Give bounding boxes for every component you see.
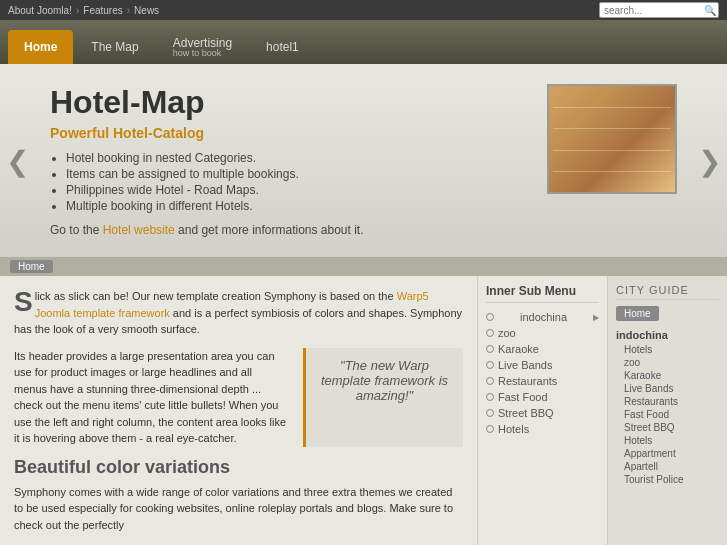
inner-sub-menu: Inner Sub Menu indochina ▶ zoo Karaoke L… bbox=[477, 276, 607, 545]
arrow-right-icon: ▶ bbox=[593, 313, 599, 322]
breadcrumb-item-3[interactable]: News bbox=[134, 5, 159, 16]
sub-menu-item-karaoke[interactable]: Karaoke bbox=[486, 341, 599, 357]
sidebar-title: city guide bbox=[616, 284, 719, 300]
search-input[interactable] bbox=[604, 5, 704, 16]
radio-dot bbox=[486, 313, 494, 321]
breadcrumb-item-2[interactable]: Features bbox=[83, 5, 122, 16]
top-bar: About Joomla! › Features › News 🔍 bbox=[0, 0, 727, 20]
sidebar-sub-zoo[interactable]: zoo bbox=[616, 356, 719, 369]
center-panel: Slick as slick can be! Our new template … bbox=[0, 276, 477, 545]
hero-footer: Go to the Hotel website and get more inf… bbox=[50, 223, 527, 237]
content-breadcrumb-bar: Home bbox=[0, 257, 727, 276]
breadcrumb: About Joomla! › Features › News bbox=[8, 5, 159, 16]
nav-item-advertising[interactable]: Advertising how to book bbox=[157, 30, 248, 64]
sidebar-group-indochina: indochina Hotels zoo Karaoke Live Bands … bbox=[616, 329, 719, 486]
article-body: Its header provides a large presentation… bbox=[14, 348, 287, 447]
sub-menu-item-livebands[interactable]: Live Bands bbox=[486, 357, 599, 373]
content-area: Home Slick as slick can be! Our new temp… bbox=[0, 257, 727, 545]
hotel-link[interactable]: Hotel website bbox=[103, 223, 175, 237]
radio-dot bbox=[486, 377, 494, 385]
article-heading: Beautiful color variations bbox=[14, 457, 463, 478]
radio-dot bbox=[486, 409, 494, 417]
hero-bullet-1: Hotel booking in nested Categories. bbox=[66, 151, 527, 165]
drop-cap: S bbox=[14, 288, 33, 316]
sidebar-sub-hotels2[interactable]: Hotels bbox=[616, 434, 719, 447]
hero-next-arrow[interactable]: ❯ bbox=[698, 144, 721, 177]
sub-menu-item-hotels[interactable]: Hotels bbox=[486, 421, 599, 437]
sidebar-group-title: indochina bbox=[616, 329, 719, 341]
sidebar-sub-restaurants[interactable]: Restaurants bbox=[616, 395, 719, 408]
right-sidebar: city guide Home indochina Hotels zoo Kar… bbox=[607, 276, 727, 545]
nav-item-map[interactable]: The Map bbox=[75, 30, 154, 64]
hero-text: Hotel-Map Powerful Hotel-Catalog Hotel b… bbox=[50, 84, 527, 237]
sidebar-sub-appartment[interactable]: Appartment bbox=[616, 447, 719, 460]
sub-menu-item-streetbbq[interactable]: Street BBQ bbox=[486, 405, 599, 421]
breadcrumb-sep-1: › bbox=[76, 5, 79, 16]
hero-bullet-2: Items can be assigned to multiple bookin… bbox=[66, 167, 527, 181]
sidebar-sub-streetbbq[interactable]: Street BBQ bbox=[616, 421, 719, 434]
sidebar-sub-fastfood[interactable]: Fast Food bbox=[616, 408, 719, 421]
hero-section: ❮ Hotel-Map Powerful Hotel-Catalog Hotel… bbox=[0, 64, 727, 257]
sidebar-sub-hotels[interactable]: Hotels bbox=[616, 343, 719, 356]
radio-dot bbox=[486, 329, 494, 337]
hero-bullet-4: Multiple booking in different Hotels. bbox=[66, 199, 527, 213]
hero-subtitle: Powerful Hotel-Catalog bbox=[50, 125, 527, 141]
sidebar-sub-tourist-police[interactable]: Tourist Police bbox=[616, 473, 719, 486]
article-last-para: Symphony comes with a wide range of colo… bbox=[14, 484, 463, 534]
radio-dot bbox=[486, 345, 494, 353]
radio-dot bbox=[486, 361, 494, 369]
breadcrumb-item-1[interactable]: About Joomla! bbox=[8, 5, 72, 16]
sub-menu-item-fastfood[interactable]: Fast Food bbox=[486, 389, 599, 405]
sub-menu-item-restaurants[interactable]: Restaurants bbox=[486, 373, 599, 389]
main-layout: Slick as slick can be! Our new template … bbox=[0, 276, 727, 545]
radio-dot bbox=[486, 425, 494, 433]
nav-item-home[interactable]: Home bbox=[8, 30, 73, 64]
article-second: Its header provides a large presentation… bbox=[14, 348, 463, 447]
article-quote: "The new Warp template framework is amaz… bbox=[303, 348, 463, 447]
hero-bullet-3: Philippines wide Hotel - Road Maps. bbox=[66, 183, 527, 197]
radio-dot bbox=[486, 393, 494, 401]
sidebar-sub-apartell[interactable]: Apartell bbox=[616, 460, 719, 473]
article-intro: Slick as slick can be! Our new template … bbox=[14, 288, 463, 338]
search-icon: 🔍 bbox=[704, 5, 716, 16]
sidebar-sub-livebands[interactable]: Live Bands bbox=[616, 382, 719, 395]
sub-menu-item-indochina[interactable]: indochina ▶ bbox=[486, 309, 599, 325]
hero-title: Hotel-Map bbox=[50, 84, 527, 121]
breadcrumb-sep-2: › bbox=[127, 5, 130, 16]
hero-image-inner bbox=[549, 86, 675, 192]
nav-item-hotel1[interactable]: hotel1 bbox=[250, 30, 315, 64]
hero-list: Hotel booking in nested Categories. Item… bbox=[50, 151, 527, 213]
hero-prev-arrow[interactable]: ❮ bbox=[6, 144, 29, 177]
sidebar-sub-karaoke[interactable]: Karaoke bbox=[616, 369, 719, 382]
search-box[interactable]: 🔍 bbox=[599, 2, 719, 18]
sidebar-home-button[interactable]: Home bbox=[616, 306, 659, 321]
content-breadcrumb-pill: Home bbox=[10, 260, 53, 273]
nav-bar: Home The Map Advertising how to book hot… bbox=[0, 20, 727, 64]
hero-image bbox=[547, 84, 677, 194]
sub-menu-item-zoo[interactable]: zoo bbox=[486, 325, 599, 341]
inner-sub-title: Inner Sub Menu bbox=[486, 284, 599, 303]
hero-content: Hotel-Map Powerful Hotel-Catalog Hotel b… bbox=[50, 84, 677, 237]
